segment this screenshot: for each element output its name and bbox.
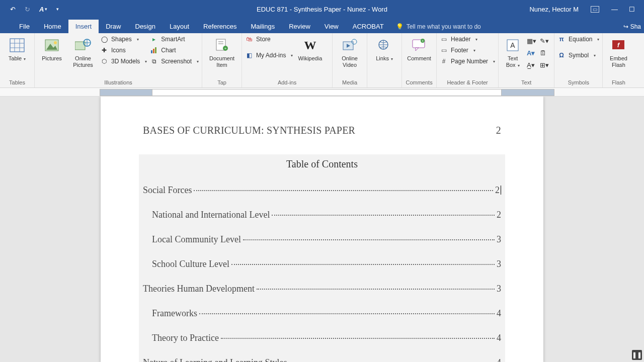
document-page[interactable]: BASES OF CURRICULUM: SYNTHESIS PAPER 2 T… (101, 97, 543, 362)
tab-view[interactable]: View (317, 20, 346, 33)
group-comments: + Comment Comments (402, 33, 437, 87)
group-tap: + Document Item Tap (202, 33, 242, 87)
comment-button[interactable]: + Comment (405, 35, 433, 62)
quick-parts-button[interactable]: ▦▾ (527, 37, 538, 47)
drop-cap-button[interactable]: A̲▾ (527, 61, 538, 71)
3d-models-button[interactable]: ⬡3D Models (100, 57, 147, 65)
minimize-button[interactable]: — (611, 6, 618, 13)
smartart-label: SmartArt (161, 36, 185, 43)
date-time-button[interactable]: 🗓 (540, 49, 551, 59)
toc-entry-text: School Culture Level (152, 259, 229, 269)
group-links: Links (367, 33, 402, 87)
links-button[interactable]: Links (370, 35, 398, 62)
toc-entry[interactable]: School Culture Level3 (143, 259, 501, 269)
svg-text:+: + (422, 39, 424, 43)
toc-entry[interactable]: Social Forces2 (143, 184, 501, 196)
3d-models-label: 3D Models (111, 58, 140, 65)
qat-more-button[interactable]: ▾ (56, 7, 59, 12)
footer-button[interactable]: ▭Footer (440, 46, 495, 54)
table-button[interactable]: Table (3, 35, 31, 62)
wordart-button[interactable]: A▾ (527, 49, 538, 59)
header-icon: ▭ (440, 35, 448, 43)
text-box-label: Text Box (502, 55, 524, 69)
tab-insert[interactable]: Insert (68, 20, 99, 33)
icons-button[interactable]: ✚Icons (100, 46, 147, 54)
tab-draw[interactable]: Draw (99, 20, 128, 33)
toc-entry-text: Theories Human Development (143, 284, 255, 294)
screenshot-button[interactable]: ⧉Screenshot (150, 57, 199, 65)
tab-file[interactable]: File (12, 20, 37, 33)
signature-line-button[interactable]: ✎▾ (540, 37, 551, 47)
toc-leader-dots (199, 313, 495, 314)
toc-entry[interactable]: Theories Human Development3 (143, 284, 501, 294)
document-item-button[interactable]: + Document Item (205, 35, 238, 68)
flash-icon: f (610, 37, 626, 53)
page-number-icon: # (440, 57, 448, 65)
page-number-label: Page Number (451, 58, 488, 65)
toc-entry[interactable]: Local Community Level3 (143, 234, 501, 245)
font-style-button[interactable]: A▾ (39, 6, 47, 13)
shapes-button[interactable]: ◯Shapes (100, 35, 147, 43)
ribbon-display-options-icon[interactable]: ▭ (591, 6, 599, 13)
document-canvas[interactable]: BASES OF CURRICULUM: SYNTHESIS PAPER 2 T… (0, 97, 644, 362)
tab-review[interactable]: Review (282, 20, 317, 33)
group-addins: 🛍Store ◧My Add-ins W Wikipedia Add-ins (242, 33, 333, 87)
title-bar: ↶ ↻ A▾ ▾ EDUC 871 - Synthesis Paper - Nu… (0, 0, 644, 18)
my-addins-button[interactable]: ◧My Add-ins (245, 51, 293, 59)
share-button[interactable]: ↪ Sha (623, 23, 641, 30)
symbol-icon: Ω (557, 51, 566, 59)
online-video-icon (342, 37, 358, 53)
tab-references[interactable]: References (196, 20, 244, 33)
object-button[interactable]: ⊞▾ (540, 61, 551, 71)
equation-button[interactable]: πEquation (557, 35, 599, 43)
comment-label: Comment (407, 55, 431, 62)
text-box-button[interactable]: A Text Box (502, 35, 524, 69)
wikipedia-button[interactable]: W Wikipedia (296, 35, 324, 62)
pictures-button[interactable]: Pictures (38, 35, 66, 62)
pictures-icon (44, 37, 60, 53)
undo-button[interactable]: ↶ (10, 6, 16, 13)
toc-entry[interactable]: National and International Level2 (143, 210, 501, 220)
tab-acrobat[interactable]: ACROBAT (346, 20, 391, 33)
embed-flash-button[interactable]: f Embed Flash (606, 35, 631, 68)
screenshot-icon: ⧉ (150, 57, 158, 65)
chart-button[interactable]: Chart (150, 46, 199, 54)
tab-mailings[interactable]: Mailings (244, 20, 282, 33)
symbol-button[interactable]: ΩSymbol (557, 51, 599, 59)
redo-button[interactable]: ↻ (25, 6, 30, 13)
toc-leader-dots (221, 338, 495, 339)
toc-entry[interactable]: Frameworks4 (143, 308, 501, 319)
user-name[interactable]: Nunez, Hector M (529, 6, 579, 13)
online-pictures-button[interactable]: Online Pictures (69, 35, 97, 68)
toc-entry-page: 3 (497, 234, 501, 245)
comment-icon: + (411, 37, 427, 53)
smartart-button[interactable]: ▸SmartArt (150, 35, 199, 43)
toc-entry-page: 3 (497, 259, 501, 269)
toc-entry[interactable]: Theory to Practice4 (143, 333, 501, 343)
tell-me-search[interactable]: 💡 Tell me what you want to do (396, 23, 481, 33)
cube-icon: ⬡ (100, 57, 108, 65)
table-of-contents[interactable]: Table of Contents Social Forces2National… (139, 154, 505, 362)
equation-label: Equation (569, 36, 592, 43)
maximize-button[interactable]: ☐ (629, 6, 635, 13)
online-video-button[interactable]: Online Video (336, 35, 364, 68)
drop-cap-icon: A̲▾ (527, 61, 535, 69)
horizontal-ruler[interactable] (0, 88, 644, 97)
group-label-text: Text (502, 79, 551, 86)
tab-design[interactable]: Design (128, 20, 163, 33)
wordart-icon: A▾ (527, 49, 535, 57)
share-icon: ↪ (623, 23, 628, 30)
footer-icon: ▭ (440, 46, 448, 54)
ribbon: Table Tables Pictures Online Pictures ◯S… (0, 33, 644, 88)
toc-entry-text: National and International Level (152, 210, 270, 220)
running-head: BASES OF CURRICULUM: SYNTHESIS PAPER 2 (143, 125, 501, 136)
toc-entry-page: 2 (497, 210, 501, 220)
toc-entry[interactable]: Nature of Learning and Learning Styles4 (143, 357, 501, 362)
group-label-comments: Comments (405, 79, 433, 86)
header-button[interactable]: ▭Header (440, 35, 495, 43)
page-number-button[interactable]: #Page Number (440, 57, 495, 65)
tab-home[interactable]: Home (37, 20, 68, 33)
tab-layout[interactable]: Layout (163, 20, 196, 33)
toc-entry-text: Theory to Practice (152, 333, 219, 343)
store-button[interactable]: 🛍Store (245, 35, 293, 43)
